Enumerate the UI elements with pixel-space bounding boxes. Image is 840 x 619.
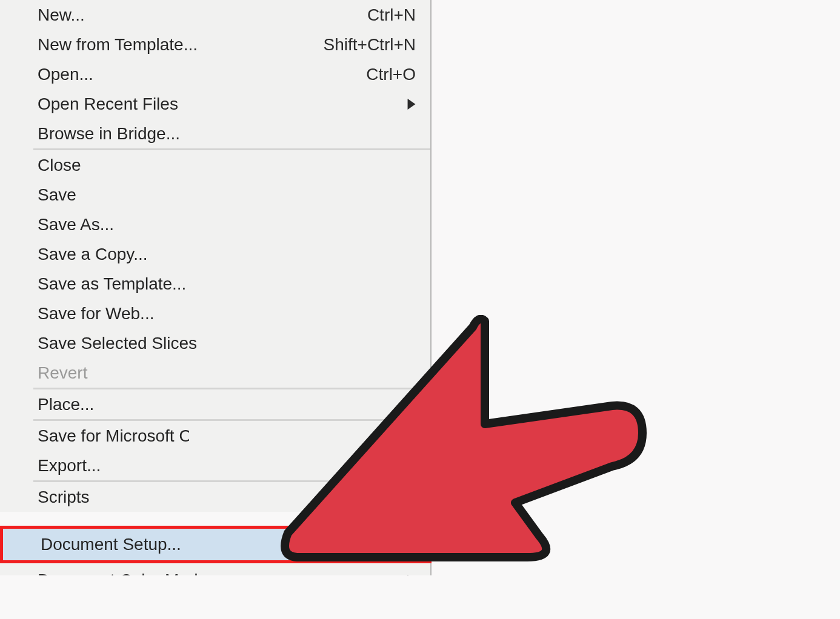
menu-item-label: Export... <box>38 456 416 475</box>
menu-item-label: Close <box>38 156 416 175</box>
menu-item-label: Save As... <box>38 215 416 234</box>
menu-item-close[interactable]: Close <box>0 150 430 180</box>
menu-item-new-from-template[interactable]: New from Template... Shift+Ctrl+N <box>0 30 430 59</box>
menu-item-label: Save for Web... <box>38 304 416 323</box>
menu-item-save[interactable]: Save <box>0 180 430 210</box>
menu-item-label: Open Recent Files <box>38 94 407 114</box>
menu-item-shortcut: Ctrl+N <box>367 5 416 25</box>
menu-item-scripts[interactable]: Scripts <box>0 482 430 512</box>
menu-item-place[interactable]: Place... <box>0 389 430 419</box>
menu-item-document-setup[interactable]: Document Setup... <box>0 526 432 563</box>
menu-item-document-color-mode[interactable]: Document Color Mode <box>0 563 432 575</box>
menu-item-label: Save Selected Slices <box>38 334 416 353</box>
svg-marker-0 <box>408 99 416 110</box>
menu-item-save-selected-slices[interactable]: Save Selected Slices <box>0 328 430 358</box>
menu-item-label: Save for Microsoft O <box>38 426 189 446</box>
menu-item-label: Scripts <box>38 488 416 507</box>
menu-item-save-for-web[interactable]: Save for Web... <box>0 299 430 328</box>
menu-item-label: Save as Template... <box>38 274 416 294</box>
file-menu: New... Ctrl+N New from Template... Shift… <box>0 0 432 512</box>
menu-item-open[interactable]: Open... Ctrl+O <box>0 59 430 89</box>
menu-item-save-as-template[interactable]: Save as Template... <box>0 269 430 299</box>
menu-item-label: Save <box>38 185 416 205</box>
menu-item-label: Save a Copy... <box>38 245 416 264</box>
submenu-arrow-icon <box>407 575 416 575</box>
menu-item-label: Open... <box>38 65 366 84</box>
menu-item-label: Revert <box>38 363 416 383</box>
svg-marker-1 <box>408 575 416 575</box>
menu-item-browse-in-bridge[interactable]: Browse in Bridge... <box>0 119 430 148</box>
menu-item-export[interactable]: Export... <box>0 451 430 480</box>
menu-item-label: New... <box>38 5 367 25</box>
menu-item-label: Document Color Mode <box>38 571 407 575</box>
menu-item-label: Document Setup... <box>41 535 428 554</box>
menu-item-label: Place... <box>38 395 416 414</box>
menu-item-revert: Revert <box>0 358 430 388</box>
menu-item-open-recent-files[interactable]: Open Recent Files <box>0 89 430 119</box>
menu-item-shortcut: Ctrl+O <box>366 65 416 84</box>
menu-item-label: New from Template... <box>38 35 324 55</box>
menu-item-save-as[interactable]: Save As... <box>0 210 430 239</box>
menu-item-shortcut: Shift+Ctrl+N <box>324 35 416 55</box>
menu-item-save-for-microsoft-office[interactable]: Save for Microsoft O <box>0 421 430 451</box>
menu-item-new[interactable]: New... Ctrl+N <box>0 0 430 30</box>
menu-item-label: Browse in Bridge... <box>38 124 416 144</box>
submenu-arrow-icon <box>407 99 416 110</box>
menu-item-save-a-copy[interactable]: Save a Copy... <box>0 239 430 269</box>
